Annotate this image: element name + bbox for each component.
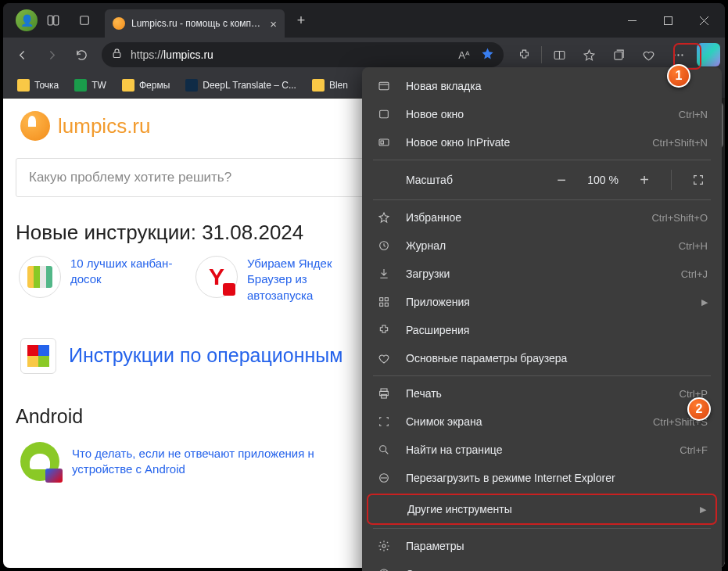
inprivate-icon	[376, 136, 392, 149]
zoom-out-button[interactable]: −	[552, 171, 571, 189]
kanban-icon	[19, 256, 61, 298]
menu-print[interactable]: ПечатьCtrl+P	[362, 379, 722, 408]
tab-title: Lumpics.ru - помощь с компьюте	[131, 18, 262, 29]
menu-new-inprivate[interactable]: Новое окно InPrivateCtrl+Shift+N	[362, 128, 722, 156]
zoom-value: 100 %	[585, 174, 621, 186]
favorites-icon[interactable]	[575, 41, 603, 69]
history-icon	[376, 239, 392, 252]
extensions-icon	[376, 324, 392, 336]
site-icon	[185, 79, 198, 92]
svg-rect-11	[379, 82, 389, 89]
download-icon	[376, 268, 392, 280]
url-text: https://lumpics.ru	[131, 48, 213, 61]
menu-apps[interactable]: Приложения▶	[362, 288, 722, 316]
menu-reload-ie[interactable]: Перезагрузить в режиме Internet Explorer	[362, 464, 722, 492]
annotation-callout-1: 1	[667, 64, 690, 88]
tab-favicon-icon	[113, 17, 125, 30]
tab-close-icon[interactable]: ×	[270, 17, 277, 31]
new-window-icon	[376, 108, 392, 120]
extensions-icon[interactable]	[510, 41, 538, 69]
svg-rect-18	[380, 303, 383, 306]
fullscreen-button[interactable]	[689, 171, 708, 189]
browser-tab[interactable]: Lumpics.ru - помощь с компьюте ×	[105, 9, 285, 38]
menu-help[interactable]: Справка и отзывы▶	[362, 560, 722, 571]
back-button[interactable]	[8, 41, 36, 69]
maximize-button[interactable]	[650, 5, 686, 36]
menu-settings[interactable]: Параметры	[362, 532, 722, 560]
split-screen-icon[interactable]	[545, 41, 573, 69]
svg-rect-5	[113, 52, 120, 57]
svg-rect-0	[48, 16, 52, 25]
article-link[interactable]: 10 лучших канбан-досок	[70, 256, 180, 288]
article-card[interactable]: 10 лучших канбан-досок	[19, 256, 180, 303]
bookmark-item[interactable]: Точка	[11, 76, 65, 95]
menu-more-tools[interactable]: Другие инструменты▶	[367, 494, 717, 525]
forward-button[interactable]	[38, 41, 66, 69]
window-controls	[614, 5, 722, 36]
svg-point-23	[380, 446, 386, 452]
annotation-callout-2: 2	[687, 397, 711, 421]
screenshot-icon	[376, 415, 392, 428]
svg-rect-16	[380, 298, 383, 301]
menu-find[interactable]: Найти на страницеCtrl+F	[362, 436, 722, 464]
new-tab-button[interactable]: +	[289, 9, 313, 32]
site-logo-icon[interactable]	[20, 111, 50, 141]
titlebar: 👤 Lumpics.ru - помощь с компьюте × +	[3, 3, 725, 38]
toolbar-divider	[541, 46, 542, 63]
star-icon	[376, 211, 392, 224]
gear-icon	[376, 540, 392, 552]
svg-point-25	[382, 544, 386, 548]
bookmark-item[interactable]: DeepL Translate – С...	[179, 76, 303, 95]
article-card[interactable]: Убираем Яндек Браузер из автозапуска	[195, 256, 357, 303]
heart-icon	[376, 352, 392, 365]
address-bar[interactable]: https://lumpics.ru Aᴬ	[102, 42, 504, 67]
workspaces-icon[interactable]	[38, 5, 69, 36]
new-tab-icon	[376, 80, 392, 92]
chevron-right-icon: ▶	[701, 297, 708, 307]
bookmark-item[interactable]: Blen	[306, 76, 354, 95]
svg-rect-14	[381, 141, 383, 144]
menu-extensions[interactable]: Расширения	[362, 316, 722, 344]
svg-rect-2	[81, 16, 89, 25]
tab-actions-icon[interactable]	[69, 5, 100, 36]
menu-new-window[interactable]: Новое окноCtrl+N	[362, 100, 722, 128]
menu-separator	[373, 375, 711, 376]
reading-mode-icon[interactable]: Aᴬ	[458, 49, 470, 61]
menu-downloads[interactable]: ЗагрузкиCtrl+J	[362, 260, 722, 288]
menu-history[interactable]: ЖурналCtrl+H	[362, 232, 722, 260]
search-icon	[376, 444, 392, 456]
menu-favorites[interactable]: ИзбранноеCtrl+Shift+O	[362, 203, 722, 232]
menu-separator	[373, 160, 711, 160]
menu-screenshot[interactable]: Снимок экранаCtrl+Shift+S	[362, 408, 722, 436]
menu-zoom: Масштаб − 100 % +	[362, 163, 722, 196]
svg-rect-12	[380, 110, 389, 117]
site-name[interactable]: lumpics.ru	[58, 114, 150, 138]
help-icon	[376, 568, 392, 571]
browser-health-icon[interactable]	[634, 41, 662, 69]
android-icon	[20, 442, 59, 481]
folder-icon	[17, 79, 30, 92]
collections-icon[interactable]	[604, 41, 633, 69]
article-link[interactable]: Убираем Яндек Браузер из автозапуска	[247, 256, 357, 303]
folder-icon	[122, 79, 134, 92]
zoom-in-button[interactable]: +	[635, 171, 654, 189]
bookmark-item[interactable]: TW	[68, 76, 113, 95]
os-icon	[20, 338, 56, 374]
minimize-button[interactable]	[614, 5, 650, 36]
yandex-icon	[195, 256, 238, 298]
close-window-button[interactable]	[686, 5, 722, 36]
print-icon	[376, 387, 392, 400]
android-link[interactable]: Что делать, если не отвечают приложения …	[72, 446, 353, 478]
refresh-button[interactable]	[67, 41, 95, 69]
site-icon	[74, 79, 87, 92]
apps-icon	[376, 296, 392, 308]
menu-essentials[interactable]: Основные параметры браузера	[362, 344, 722, 372]
os-section-link[interactable]: Инструкции по операционным	[69, 344, 342, 367]
svg-rect-22	[382, 394, 387, 398]
menu-separator	[373, 199, 711, 200]
svg-rect-3	[628, 20, 637, 21]
profile-avatar[interactable]: 👤	[16, 9, 38, 31]
site-info-icon[interactable]	[111, 48, 123, 63]
favorite-star-icon[interactable]	[481, 47, 494, 63]
bookmark-item[interactable]: Фермы	[116, 76, 176, 95]
